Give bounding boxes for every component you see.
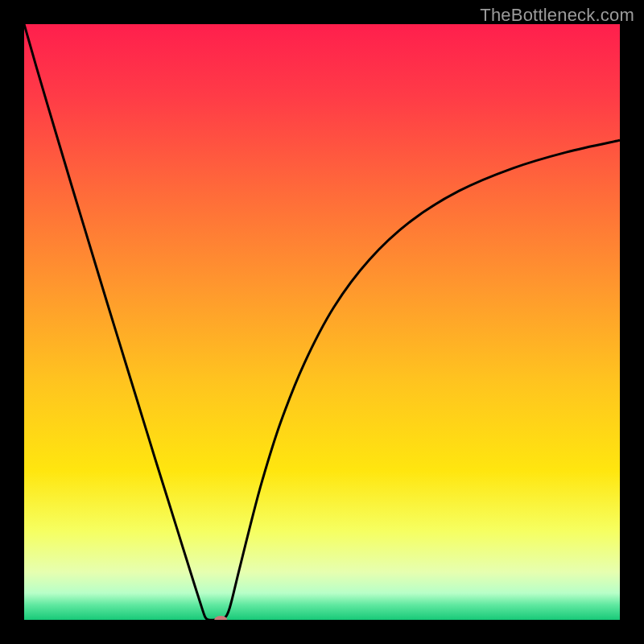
- chart-frame: TheBottleneck.com: [0, 0, 644, 644]
- watermark-text: TheBottleneck.com: [480, 5, 634, 26]
- plot-area: [24, 24, 620, 620]
- chart-svg: [24, 24, 620, 620]
